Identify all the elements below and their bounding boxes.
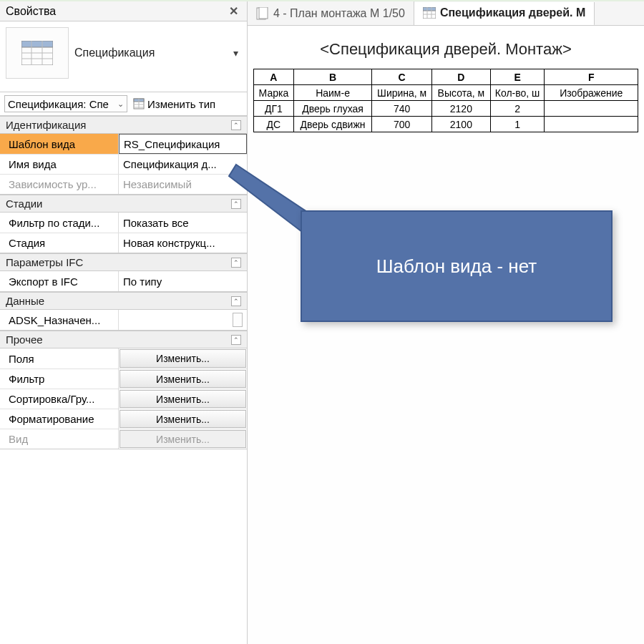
prop-row-stage-filter[interactable]: Фильтр по стади... Показать все: [0, 213, 247, 233]
cell[interactable]: Дверь глухая: [293, 101, 372, 117]
schedule-table[interactable]: A B C D E F Марка Наим-е Ширина, м Высот…: [253, 69, 638, 132]
collapse-icon[interactable]: ⌃: [231, 120, 241, 130]
collapse-icon[interactable]: ⌃: [231, 258, 241, 268]
cell[interactable]: 2100: [432, 117, 491, 132]
col-letter[interactable]: D: [432, 69, 491, 85]
prop-row-stage[interactable]: Стадия Новая конструкц...: [0, 233, 247, 253]
prop-value[interactable]: Показать все: [119, 213, 247, 233]
prop-name: Экспорт в IFC: [0, 271, 119, 291]
chevron-down-icon: ⌄: [117, 99, 124, 109]
view-area: 4 - План монтажа М 1/50 Спецификация две…: [248, 1, 644, 644]
prop-row-viewname[interactable]: Имя вида Спецификация д...: [0, 154, 247, 174]
col-header[interactable]: Изображение: [545, 85, 638, 101]
prop-value[interactable]: По типу: [119, 271, 247, 291]
group-header-identification[interactable]: Идентификация ⌃: [0, 116, 247, 134]
prop-name: Фильтр: [0, 369, 119, 389]
sheet-icon: [256, 7, 269, 20]
prop-name: Вид: [0, 429, 119, 449]
instance-combo-value: Спецификация: Спе: [8, 98, 109, 110]
prop-value[interactable]: Спецификация д...: [119, 155, 247, 174]
group-header-ifc[interactable]: Параметры IFC ⌃: [0, 253, 247, 271]
prop-row-template[interactable]: Шаблон вида RS_Спецификация: [0, 134, 247, 154]
cell[interactable]: 2120: [432, 101, 491, 117]
prop-row-fields[interactable]: Поля Изменить...: [0, 348, 247, 369]
prop-row-filter[interactable]: Фильтр Изменить...: [0, 369, 247, 389]
panel-close-button[interactable]: ✕: [226, 4, 241, 18]
prop-name: Сортировка/Гру...: [0, 389, 119, 409]
col-header[interactable]: Ширина, м: [372, 85, 432, 101]
col-letter[interactable]: C: [372, 69, 432, 85]
cell[interactable]: [545, 117, 638, 132]
prop-name: Шаблон вида: [0, 134, 119, 154]
schedule-title: <Спецификация дверей. Монтаж>: [250, 33, 641, 69]
group-label: Параметры IFC: [6, 256, 83, 268]
instance-combo[interactable]: Спецификация: Спе ⌄: [4, 95, 127, 112]
prop-name: Стадия: [0, 233, 119, 253]
cell[interactable]: ДГ1: [254, 101, 294, 117]
collapse-icon[interactable]: ⌃: [231, 335, 241, 345]
schedule-view: <Спецификация дверей. Монтаж> A B C D E …: [248, 26, 644, 140]
col-header[interactable]: Наим-е: [293, 85, 372, 101]
tab-label: 4 - План монтажа М 1/50: [273, 7, 405, 20]
group-label: Прочее: [6, 333, 43, 346]
callout-box: Шаблон вида - нет: [301, 210, 613, 322]
edit-button[interactable]: Изменить...: [119, 390, 246, 408]
tab-plan[interactable]: 4 - План монтажа М 1/50: [248, 1, 414, 25]
edit-button: Изменить...: [119, 430, 246, 448]
tab-schedule[interactable]: Спецификация дверей. М: [414, 2, 595, 26]
col-header[interactable]: Высота, м: [432, 85, 491, 101]
callout-text: Шаблон вида - нет: [376, 255, 537, 278]
prop-value[interactable]: RS_Спецификация: [119, 134, 247, 154]
col-header[interactable]: Марка: [254, 85, 294, 101]
prop-row-format[interactable]: Форматирование Изменить...: [0, 409, 247, 429]
cell[interactable]: 740: [372, 101, 432, 117]
cell[interactable]: Дверь сдвижн: [293, 117, 372, 132]
col-letter[interactable]: B: [293, 69, 372, 85]
prop-name: Имя вида: [0, 155, 119, 174]
type-label: Спецификация: [74, 47, 230, 59]
cell[interactable]: ДС: [254, 117, 294, 132]
prop-value: Независимый: [119, 175, 247, 194]
cell[interactable]: 2: [490, 101, 545, 117]
group-label: Стадии: [6, 197, 42, 210]
prop-name: Форматирование: [0, 409, 119, 429]
column-header-row: Марка Наим-е Ширина, м Высота, м Кол-во,…: [254, 85, 638, 101]
prop-name: Поля: [0, 348, 119, 369]
panel-title: Свойства: [6, 5, 56, 18]
table-row[interactable]: ДС Дверь сдвижн 700 2100 1: [254, 117, 638, 132]
schedule-icon: [423, 7, 436, 19]
edit-button[interactable]: Изменить...: [119, 370, 246, 388]
edit-button[interactable]: Изменить...: [119, 349, 246, 368]
view-tabs: 4 - План монтажа М 1/50 Спецификация две…: [248, 1, 644, 26]
prop-row-dependency: Зависимость ур... Независимый: [0, 174, 247, 194]
col-header[interactable]: Кол-во, ш: [490, 85, 545, 101]
col-letter[interactable]: F: [545, 69, 638, 85]
group-header-stages[interactable]: Стадии ⌃: [0, 195, 247, 213]
type-selector[interactable]: Спецификация ▾: [0, 21, 247, 92]
col-letter[interactable]: E: [490, 69, 545, 85]
group-label: Данные: [6, 295, 44, 307]
prop-row-sort[interactable]: Сортировка/Гру... Изменить...: [0, 389, 247, 409]
prop-row-ifc-export[interactable]: Экспорт в IFC По типу: [0, 271, 247, 291]
prop-value[interactable]: Новая конструкц...: [119, 233, 247, 253]
group-header-other[interactable]: Прочее ⌃: [0, 331, 247, 348]
collapse-icon[interactable]: ⌃: [231, 199, 241, 209]
edit-button[interactable]: Изменить...: [119, 410, 246, 428]
chevron-down-icon[interactable]: ▾: [230, 44, 241, 62]
col-letter[interactable]: A: [254, 69, 294, 85]
edit-type-button[interactable]: Изменить тип: [130, 97, 218, 112]
prop-value[interactable]: [119, 310, 247, 330]
cell[interactable]: 700: [372, 117, 432, 132]
svg-rect-14: [423, 7, 436, 11]
cell[interactable]: [545, 101, 638, 117]
browse-icon[interactable]: [233, 313, 243, 327]
prop-name: Зависимость ур...: [0, 175, 119, 194]
collapse-icon[interactable]: ⌃: [231, 296, 241, 306]
edit-type-label: Изменить тип: [147, 98, 215, 110]
prop-row-adsk[interactable]: ADSK_Назначен...: [0, 310, 247, 330]
table-row[interactable]: ДГ1 Дверь глухая 740 2120 2: [254, 101, 638, 117]
cell[interactable]: 1: [490, 117, 545, 132]
edit-type-icon: [133, 98, 145, 109]
group-header-data[interactable]: Данные ⌃: [0, 292, 247, 310]
prop-row-view: Вид Изменить...: [0, 429, 247, 449]
